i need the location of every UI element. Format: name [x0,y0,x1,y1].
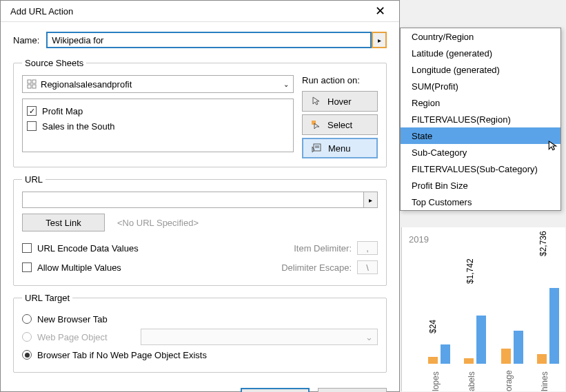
chevron-down-icon: ⌄ [283,81,289,88]
ok-button[interactable]: OK [241,388,310,392]
item-delimiter-input[interactable] [357,241,378,255]
menu-button[interactable]: Menu [302,138,378,158]
dropdown-item[interactable]: Longitude (generated) [401,61,560,78]
hover-button[interactable]: Hover [302,91,378,112]
select-button[interactable]: Select [302,114,378,135]
target-new-tab-row[interactable]: New Browser Tab [22,310,378,328]
dropdown-item[interactable]: Region [401,94,560,111]
sheet-label: Sales in the South [42,121,115,132]
datasource-combo[interactable]: Regionalsalesandprofit ⌄ [22,75,294,93]
menu-icon [312,143,321,153]
dropdown-item[interactable]: State [401,127,560,144]
run-action-label: Run action on: [302,75,378,85]
url-field-arrow-button[interactable] [364,192,378,208]
wpo-combo [141,329,378,345]
add-url-action-dialog: Add URL Action ✕ Name: Source Sheets Reg… [0,0,400,392]
background-chart: 2019 $24 $1,742 $2,736 lopes abels orage… [401,227,565,391]
url-input[interactable] [22,192,364,208]
dropdown-item[interactable]: Latitude (generated) [401,45,560,61]
target-browser-tab-row[interactable]: Browser Tab if No Web Page Object Exists [22,346,378,364]
radio-icon [22,332,32,342]
cursor-icon [311,96,321,106]
sheet-list: ✓ Profit Map Sales in the South [22,99,294,152]
url-fieldset: URL Test Link <No URL Specified> URL Enc… [13,174,387,286]
svg-rect-0 [28,80,31,83]
allow-multiple-label: Allow Multiple Values [37,262,121,273]
source-sheets-legend: Source Sheets [22,58,86,68]
radio-selected-icon[interactable] [22,350,32,360]
close-button[interactable]: ✕ [366,1,394,21]
titlebar: Add URL Action ✕ [1,1,399,22]
radio-icon[interactable] [22,314,32,324]
chart-year: 2019 [409,234,429,245]
sheet-item[interactable]: ✓ Profit Map [27,103,289,118]
field-dropdown-menu: Country/RegionLatitude (generated)Longit… [400,28,561,211]
dialog-title: Add URL Action [10,6,73,17]
source-sheets-fieldset: Source Sheets Regionalsalesandprofit ⌄ ✓… [13,58,387,167]
sheet-item[interactable]: Sales in the South [27,118,289,134]
dropdown-item[interactable]: Top Customers [401,194,560,210]
name-field-arrow-button[interactable] [372,32,387,48]
test-link-button[interactable]: Test Link [22,214,105,231]
delimiter-escape-input[interactable] [357,260,378,274]
dropdown-item[interactable]: FILTERVALUES(Region) [401,111,560,127]
dropdown-item[interactable]: Profit Bin Size [401,177,560,194]
dropdown-item[interactable]: Sub-Category [401,144,560,161]
url-encode-label: URL Encode Data Values [37,243,139,254]
url-target-fieldset: URL Target New Browser Tab Web Page Obje… [13,293,387,373]
sheet-label: Profit Map [42,106,83,116]
name-input[interactable] [46,32,372,48]
datasource-label: Regionalsalesandprofit [41,79,279,90]
checkbox-checked-icon[interactable]: ✓ [27,106,37,116]
select-icon [311,120,321,130]
cancel-button[interactable]: Cancel [318,388,387,392]
svg-rect-3 [32,85,36,88]
checkbox-icon[interactable] [22,243,32,253]
datasource-icon [27,79,37,89]
dropdown-item[interactable]: FILTERVALUES(Sub-Category) [401,161,560,177]
item-delimiter-label: Item Delimiter: [294,243,352,254]
dropdown-item[interactable]: Country/Region [401,28,560,45]
no-url-text: <No URL Specified> [117,218,199,228]
svg-rect-1 [32,80,36,83]
checkbox-icon[interactable] [27,121,37,131]
checkbox-icon[interactable] [22,262,32,272]
name-label: Name: [13,35,39,45]
url-legend: URL [22,174,46,185]
delimiter-escape-label: Delimiter Escape: [281,262,352,273]
dropdown-item[interactable]: SUM(Profit) [401,78,560,94]
svg-rect-2 [28,85,31,88]
target-wpo-row: Web Page Object [22,328,378,346]
url-target-legend: URL Target [22,293,72,303]
